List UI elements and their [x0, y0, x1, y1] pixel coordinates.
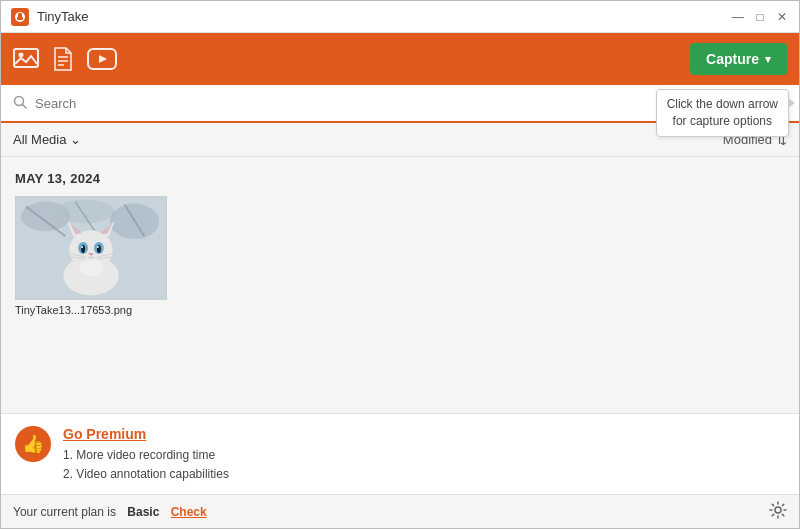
svg-point-37 [775, 507, 781, 513]
capture-tooltip: Click the down arrow for capture options [656, 89, 789, 137]
toolbar: Capture ▾ [1, 33, 799, 85]
close-button[interactable]: ✕ [775, 10, 789, 24]
main-content: MAY 13, 2024 [1, 157, 799, 413]
cat-image [16, 197, 166, 299]
all-media-chevron: ⌄ [70, 132, 81, 147]
image-icon[interactable] [13, 48, 39, 70]
svg-rect-2 [17, 17, 23, 20]
promo-text: Go Premium 1. More video recording time … [63, 426, 785, 484]
svg-marker-9 [99, 55, 107, 63]
capture-button[interactable]: Capture ▾ [690, 43, 787, 75]
search-bar: Click the down arrow for capture options [1, 85, 799, 123]
svg-rect-3 [14, 49, 38, 67]
svg-point-14 [55, 200, 114, 224]
all-media-filter[interactable]: All Media ⌄ [13, 132, 81, 147]
promo-section: 👍 Go Premium 1. More video recording tim… [1, 413, 799, 494]
minimize-button[interactable]: — [731, 10, 745, 24]
media-grid: TinyTake13...17653.png [15, 196, 785, 316]
app-title: TinyTake [37, 9, 731, 24]
search-input[interactable] [35, 96, 235, 111]
app-icon [11, 8, 29, 26]
check-link[interactable]: Check [171, 505, 207, 519]
all-media-label: All Media [13, 132, 66, 147]
capture-dropdown-arrow[interactable]: ▾ [765, 53, 771, 66]
maximize-button[interactable]: □ [753, 10, 767, 24]
media-filename: TinyTake13...17653.png [15, 304, 132, 316]
main-window: TinyTake — □ ✕ [0, 0, 800, 529]
promo-list: 1. More video recording time 2. Video an… [63, 446, 785, 484]
youtube-icon[interactable] [87, 48, 117, 70]
svg-point-30 [97, 246, 99, 248]
title-bar: TinyTake — □ ✕ [1, 1, 799, 33]
search-icon [13, 95, 27, 112]
settings-icon[interactable] [769, 501, 787, 523]
svg-point-29 [81, 246, 83, 248]
promo-item-1: 1. More video recording time [63, 446, 785, 465]
list-item[interactable]: TinyTake13...17653.png [15, 196, 167, 316]
go-premium-link[interactable]: Go Premium [63, 426, 785, 442]
svg-line-11 [23, 104, 27, 108]
media-thumbnail [15, 196, 167, 300]
window-controls: — □ ✕ [731, 10, 789, 24]
toolbar-icon-group [13, 47, 690, 71]
document-icon[interactable] [53, 47, 73, 71]
promo-icon: 👍 [15, 426, 51, 462]
svg-point-36 [79, 260, 103, 276]
status-prefix: Your current plan is [13, 505, 116, 519]
status-bar: Your current plan is Basic Check [1, 494, 799, 528]
date-header: MAY 13, 2024 [15, 171, 785, 186]
status-plan: Basic [127, 505, 159, 519]
status-left: Your current plan is Basic Check [13, 505, 207, 519]
promo-item-2: 2. Video annotation capabilities [63, 465, 785, 484]
